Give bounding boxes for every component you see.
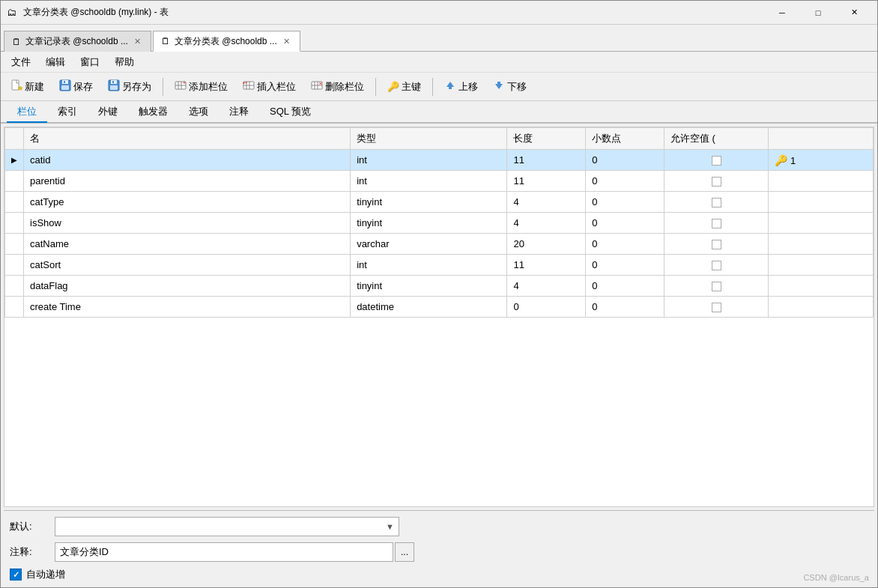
tab-categories-close[interactable]: ✕ <box>282 36 292 46</box>
col-nullable[interactable] <box>664 171 769 192</box>
moveup-button[interactable]: 上移 <box>438 76 485 98</box>
tab-categories-label: 文章分类表 @schooldb ... <box>175 35 277 48</box>
nullable-checkbox[interactable] <box>712 177 721 187</box>
menu-edit[interactable]: 编辑 <box>38 54 73 70</box>
key-icon: 🔑 <box>775 154 787 166</box>
menu-window[interactable]: 窗口 <box>73 54 107 70</box>
comment-label: 注释: <box>10 545 55 559</box>
movedown-label: 下移 <box>507 80 527 94</box>
app-window: 🗂 文章分类表 @schooldb (my.link) - 表 ─ □ ✕ 🗒 … <box>0 0 878 588</box>
row-indicator <box>5 213 24 234</box>
default-dropdown[interactable]: ▼ <box>55 517 399 536</box>
save-button[interactable]: 保存 <box>52 76 100 98</box>
watermark: CSDN @Icarus_a <box>803 573 869 582</box>
col-decimal: 0 <box>586 276 664 297</box>
table-row[interactable]: create Timedatetime00 <box>5 297 874 318</box>
table-row[interactable]: ▶catidint110🔑 1 <box>5 150 874 171</box>
maximize-button[interactable]: □ <box>801 1 835 25</box>
new-icon <box>10 79 22 94</box>
title-bar: 🗂 文章分类表 @schooldb (my.link) - 表 ─ □ ✕ <box>1 1 877 25</box>
th-name: 名 <box>24 128 351 150</box>
col-nullable[interactable] <box>664 213 769 234</box>
nullable-checkbox[interactable] <box>712 219 721 228</box>
table-row[interactable]: catTypetinyint40 <box>5 192 874 213</box>
col-nullable[interactable] <box>664 150 769 171</box>
col-decimal: 0 <box>586 234 664 255</box>
sec-tab-options[interactable]: 选项 <box>178 102 219 123</box>
auto-increment-row: 自动递增 <box>10 568 868 581</box>
movedown-button[interactable]: 下移 <box>486 76 533 98</box>
close-button[interactable]: ✕ <box>837 1 871 25</box>
table-row[interactable]: catNamevarchar200 <box>5 234 874 255</box>
moveup-label: 上移 <box>458 80 478 94</box>
col-type: int <box>351 150 507 171</box>
sec-tab-comments[interactable]: 注释 <box>219 102 259 123</box>
col-type: tinyint <box>351 213 507 234</box>
menu-bar: 文件 编辑 窗口 帮助 <box>1 52 877 73</box>
col-extra <box>769 171 874 192</box>
table-row[interactable]: parentidint110 <box>5 171 874 192</box>
tab-categories[interactable]: 🗒 文章分类表 @schooldb ... ✕ <box>153 31 300 52</box>
addcol-button[interactable]: + 添加栏位 <box>168 76 234 98</box>
comment-ellipsis-button[interactable]: ... <box>395 542 414 562</box>
comment-input[interactable] <box>55 542 393 562</box>
svg-rect-8 <box>112 81 114 83</box>
table-row[interactable]: isShowtinyint40 <box>5 213 874 234</box>
col-length: 20 <box>507 234 586 255</box>
sec-tab-triggers[interactable]: 触发器 <box>128 102 178 123</box>
col-nullable[interactable] <box>664 255 769 276</box>
nullable-checkbox[interactable] <box>712 282 721 291</box>
insertcol-icon: ↩ <box>243 79 255 94</box>
col-type: int <box>351 255 507 276</box>
saveas-button[interactable]: 另存为 <box>101 76 158 98</box>
tab-articles-label: 文章记录表 @schooldb ... <box>25 35 128 48</box>
col-name: catid <box>24 150 351 171</box>
menu-help[interactable]: 帮助 <box>107 54 142 70</box>
sec-tab-indexes[interactable]: 索引 <box>47 102 88 123</box>
saveas-label: 另存为 <box>122 80 151 94</box>
col-type: datetime <box>351 297 507 318</box>
table-row[interactable]: dataFlagtinyint40 <box>5 276 874 297</box>
primarykey-label: 主键 <box>402 80 421 94</box>
col-extra <box>769 234 874 255</box>
moveup-icon <box>444 79 456 94</box>
new-button[interactable]: 新建 <box>4 76 51 98</box>
col-type: varchar <box>351 234 507 255</box>
tab-articles[interactable]: 🗒 文章记录表 @schooldb ... ✕ <box>4 31 151 52</box>
auto-increment-checkbox[interactable] <box>10 569 22 581</box>
sep3 <box>432 78 433 96</box>
nullable-checkbox[interactable] <box>712 156 721 166</box>
bottom-panel: 默认: ▼ 注释: ... 自动递增 <box>4 510 874 587</box>
minimize-button[interactable]: ─ <box>765 1 799 25</box>
col-name: catType <box>24 192 351 213</box>
nullable-checkbox[interactable] <box>712 303 721 312</box>
sec-tab-columns[interactable]: 栏位 <box>7 102 47 123</box>
col-extra <box>769 276 874 297</box>
col-decimal: 0 <box>586 192 664 213</box>
table-row[interactable]: catSortint110 <box>5 255 874 276</box>
sec-tab-sql[interactable]: SQL 预览 <box>259 102 321 123</box>
nullable-checkbox[interactable] <box>712 198 721 207</box>
tab-articles-close[interactable]: ✕ <box>133 37 143 47</box>
col-nullable[interactable] <box>664 276 769 297</box>
col-nullable[interactable] <box>664 192 769 213</box>
key-num: 1 <box>787 155 796 166</box>
nullable-checkbox[interactable] <box>712 240 721 249</box>
sec-tab-foreignkeys[interactable]: 外键 <box>88 102 128 123</box>
col-nullable[interactable] <box>664 297 769 318</box>
deletecol-button[interactable]: × 删除栏位 <box>304 76 371 98</box>
insertcol-button[interactable]: ↩ 插入栏位 <box>236 76 303 98</box>
default-row: 默认: ▼ <box>10 517 868 536</box>
table-scroll[interactable]: 名 类型 长度 小数点 允许空值 ( ▶catidint110🔑 1parent… <box>4 127 874 506</box>
table-container: 名 类型 长度 小数点 允许空值 ( ▶catidint110🔑 1parent… <box>4 127 874 507</box>
th-type: 类型 <box>351 128 507 150</box>
primarykey-button[interactable]: 🔑 主键 <box>381 76 428 98</box>
tab-bar: 🗒 文章记录表 @schooldb ... ✕ 🗒 文章分类表 @schoold… <box>1 25 877 52</box>
addcol-label: 添加栏位 <box>189 80 228 94</box>
col-name: dataFlag <box>24 276 351 297</box>
nullable-checkbox[interactable] <box>712 261 721 270</box>
col-length: 4 <box>507 213 586 234</box>
col-nullable[interactable] <box>664 234 769 255</box>
default-label: 默认: <box>10 520 55 533</box>
menu-file[interactable]: 文件 <box>4 54 38 70</box>
